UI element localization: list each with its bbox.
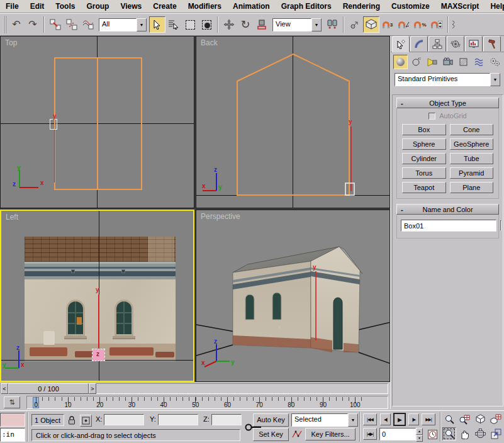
go-to-end-button[interactable]: ▶▶| xyxy=(422,413,435,425)
percent-snap-button[interactable]: % xyxy=(412,16,428,33)
viewport-left-label[interactable]: Left xyxy=(6,213,18,222)
select-and-manipulate-button[interactable] xyxy=(347,16,363,33)
object-type-button[interactable]: Box xyxy=(402,124,446,135)
zoom-all-button[interactable] xyxy=(457,413,471,426)
undo-button[interactable]: ↶ xyxy=(8,16,25,33)
menu-item[interactable]: Create xyxy=(147,0,182,13)
default-in-out-tangent-button[interactable] xyxy=(291,428,303,440)
key-mode-toggle-button[interactable]: |◀▶| xyxy=(363,428,377,440)
y-coordinate-input[interactable] xyxy=(158,414,198,425)
angle-snap-button[interactable] xyxy=(396,16,412,33)
unlink-selection-button[interactable] xyxy=(64,16,80,33)
previous-frame-button[interactable]: ◀| xyxy=(380,413,391,425)
category-shapes-button[interactable] xyxy=(409,55,423,69)
viewport-perspective[interactable]: Perspective y x xyxy=(196,210,390,382)
spinner-snap-button[interactable] xyxy=(428,16,445,33)
viewport-top-label[interactable]: Top xyxy=(5,38,17,47)
set-key-button[interactable]: Set Key xyxy=(253,428,289,441)
time-configuration-button[interactable] xyxy=(427,428,438,440)
menu-item[interactable]: Edit xyxy=(25,0,50,13)
object-type-button[interactable]: Cylinder xyxy=(402,153,446,164)
snap-3d-button[interactable]: 3 xyxy=(379,16,396,33)
spinner-down-icon[interactable]: ▼ xyxy=(416,435,423,442)
next-frame-button[interactable]: |▶ xyxy=(408,413,419,425)
menu-item[interactable]: Group xyxy=(81,0,115,13)
clipped-edge-button[interactable] xyxy=(451,16,457,33)
menu-item[interactable]: MAXScript xyxy=(435,0,485,13)
object-type-button[interactable]: Pyramid xyxy=(450,167,494,179)
object-type-button[interactable]: Plane xyxy=(450,182,494,193)
menu-item[interactable]: Animation xyxy=(227,0,276,13)
menu-item[interactable]: Customize xyxy=(386,0,435,13)
rectangular-selection-region-button[interactable] xyxy=(182,16,198,33)
tab-motion[interactable] xyxy=(447,36,464,52)
category-cameras-button[interactable] xyxy=(440,55,455,69)
object-type-button[interactable]: Tube xyxy=(450,153,494,164)
auto-key-button[interactable]: Auto Key xyxy=(253,413,289,427)
snaps-toggle-button[interactable] xyxy=(363,16,379,33)
category-systems-button[interactable] xyxy=(488,55,502,69)
category-spacewarps-button[interactable] xyxy=(472,55,486,69)
viewport-perspective-label[interactable]: Perspective xyxy=(201,212,240,221)
key-filters-button[interactable]: Key Filters... xyxy=(305,428,356,440)
trackbar-toggle-button[interactable]: ⇅ xyxy=(4,396,20,408)
arc-rotate-button[interactable] xyxy=(473,427,487,440)
category-helpers-button[interactable] xyxy=(456,55,471,69)
min-max-toggle-button[interactable] xyxy=(489,427,503,440)
track-bar-ruler[interactable]: 0102030405060708090100 xyxy=(26,396,388,409)
viewport-left-active[interactable]: Left y z z y x xyxy=(0,210,194,382)
spinner-up-icon[interactable]: ▲ xyxy=(416,428,423,435)
reference-coordinate-arrow[interactable]: ▼ xyxy=(311,18,322,31)
category-lights-button[interactable] xyxy=(425,55,439,69)
bind-to-space-warp-button[interactable] xyxy=(80,16,96,33)
absolute-mode-button[interactable] xyxy=(80,415,92,427)
menu-item[interactable]: Modifiers xyxy=(182,0,227,13)
tab-hierarchy[interactable] xyxy=(428,36,446,52)
pan-button[interactable] xyxy=(457,427,471,440)
macro-recorder-box[interactable] xyxy=(0,413,25,427)
menu-item[interactable]: Views xyxy=(115,0,147,13)
go-to-start-button[interactable]: |◀◀ xyxy=(363,413,377,425)
select-and-rotate-button[interactable]: ↻ xyxy=(237,16,254,33)
object-color-swatch[interactable] xyxy=(500,220,501,231)
use-center-button[interactable] xyxy=(324,16,340,33)
viewport-back[interactable]: Back y z x y xyxy=(196,36,390,208)
maxscript-mini-listener[interactable]: :in xyxy=(0,428,25,442)
autogrid-checkbox[interactable] xyxy=(428,113,435,120)
time-slider-button[interactable]: 0 / 100 xyxy=(8,383,89,394)
object-type-rollout-header[interactable]: - Object Type xyxy=(396,98,499,108)
redo-button[interactable]: ↷ xyxy=(25,16,41,33)
reference-coordinate-dropdown[interactable]: View ▼ xyxy=(272,18,322,31)
object-name-input[interactable] xyxy=(401,220,496,232)
select-and-link-button[interactable] xyxy=(47,16,64,33)
toolbar-grip[interactable] xyxy=(3,16,6,33)
zoom-extents-all-button[interactable] xyxy=(489,413,503,426)
object-type-button[interactable]: Torus xyxy=(402,167,446,179)
select-by-name-button[interactable] xyxy=(165,16,182,33)
object-type-button[interactable]: GeoSphere xyxy=(450,138,494,150)
select-and-scale-button[interactable] xyxy=(254,16,270,33)
zoom-extents-button[interactable] xyxy=(473,413,487,426)
tab-display[interactable] xyxy=(465,36,483,52)
z-coordinate-input[interactable] xyxy=(211,414,242,425)
select-object-button[interactable] xyxy=(149,16,165,33)
box-wireframe-top[interactable] xyxy=(54,57,142,190)
tab-utilities[interactable] xyxy=(483,36,501,52)
time-previous-frame-button[interactable]: < xyxy=(1,383,8,394)
object-type-button[interactable]: Cone xyxy=(450,124,494,135)
zoom-button[interactable] xyxy=(442,413,456,426)
viewport-back-label[interactable]: Back xyxy=(201,38,218,47)
selection-filter-dropdown[interactable]: All ▼ xyxy=(99,18,147,31)
category-geometry-button[interactable] xyxy=(393,55,408,69)
menu-item[interactable]: Tools xyxy=(50,0,81,13)
viewport-top[interactable]: Top y y x z xyxy=(0,36,194,208)
menu-item[interactable]: Graph Editors xyxy=(276,0,337,13)
select-and-move-button[interactable] xyxy=(221,16,237,33)
time-next-frame-button[interactable]: > xyxy=(89,383,96,394)
primitive-category-arrow[interactable]: ▼ xyxy=(490,73,500,86)
key-mode-dropdown[interactable]: Selected ▼ xyxy=(291,413,358,427)
selection-lock-button[interactable] xyxy=(67,415,77,426)
key-mode-arrow[interactable]: ▼ xyxy=(348,413,358,427)
selection-filter-arrow[interactable]: ▼ xyxy=(137,18,147,31)
menu-item[interactable]: Rendering xyxy=(337,0,386,13)
